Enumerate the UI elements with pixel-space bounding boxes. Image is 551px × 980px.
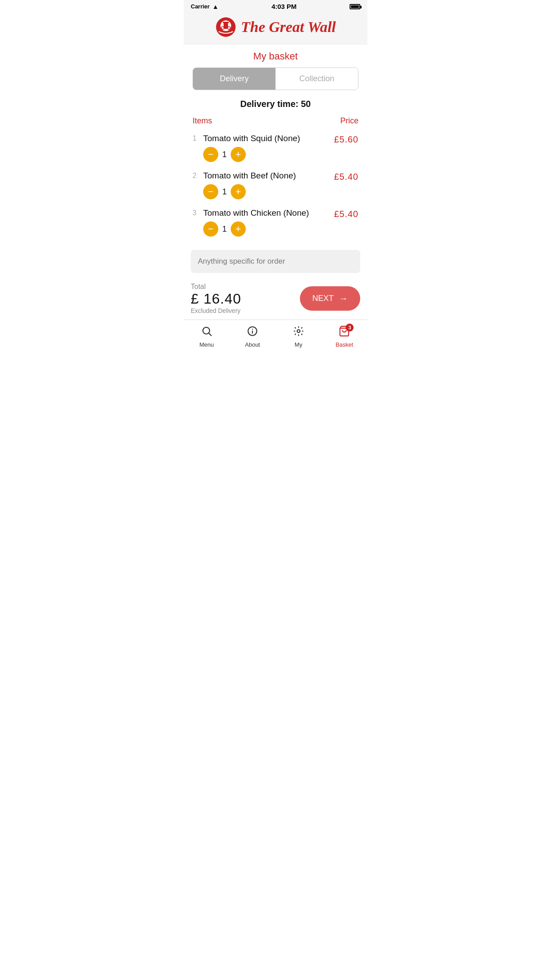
item-number-3: 3 [193, 208, 203, 217]
collection-tab[interactable]: Collection [276, 68, 358, 90]
qty-value-2: 1 [218, 187, 231, 197]
wifi-icon: ▲ [213, 3, 219, 10]
order-type-toggle[interactable]: Delivery Collection [193, 67, 358, 90]
quantity-controls-3: − 1 + [203, 221, 334, 237]
gear-icon [293, 325, 304, 340]
item-price-3: £5.40 [334, 208, 358, 219]
total-amount: £ 16.40 [191, 291, 241, 307]
svg-point-10 [252, 329, 253, 329]
svg-line-7 [209, 333, 212, 336]
total-section: Total £ 16.40 Excluded Delivery [191, 283, 241, 314]
nav-basket-label: Basket [335, 341, 353, 348]
item-details-2: Tomato with Beef (None) − 1 + [203, 171, 334, 199]
decrease-qty-1[interactable]: − [203, 147, 218, 162]
search-icon [201, 325, 213, 340]
carrier-text: Carrier [191, 3, 210, 10]
bottom-navigation: Menu About My [184, 320, 367, 352]
decrease-qty-3[interactable]: − [203, 221, 218, 237]
status-bar: Carrier ▲ 4:03 PM [184, 0, 367, 12]
item-price-1: £5.60 [334, 134, 358, 145]
nav-my-label: My [295, 341, 302, 348]
svg-point-6 [203, 327, 209, 334]
nav-item-menu[interactable]: Menu [184, 324, 230, 350]
app-header: The Great Wall [184, 12, 367, 44]
page-title: My basket [184, 44, 367, 67]
nav-item-my[interactable]: My [276, 324, 322, 350]
delivery-time: Delivery time: 50 [184, 97, 367, 116]
excluded-delivery-note: Excluded Delivery [191, 307, 241, 314]
items-list: 1 Tomato with Squid (None) − 1 + £5.60 2… [184, 129, 367, 241]
nav-about-label: About [245, 341, 260, 348]
table-row: 1 Tomato with Squid (None) − 1 + £5.60 [191, 129, 360, 166]
svg-point-11 [297, 330, 300, 333]
item-number-2: 2 [193, 171, 203, 180]
next-button[interactable]: NEXT → [300, 286, 360, 311]
svg-rect-3 [223, 22, 229, 23]
item-name-1: Tomato with Squid (None) [203, 134, 334, 143]
next-arrow-icon: → [339, 293, 348, 304]
footer-total: Total £ 16.40 Excluded Delivery NEXT → [184, 278, 367, 320]
quantity-controls-2: − 1 + [203, 184, 334, 199]
item-details-1: Tomato with Squid (None) − 1 + [203, 134, 334, 162]
nav-item-about[interactable]: About [230, 324, 276, 350]
price-column-header: Price [340, 116, 358, 126]
qty-value-1: 1 [218, 150, 231, 159]
increase-qty-3[interactable]: + [231, 221, 246, 237]
nav-menu-label: Menu [199, 341, 214, 348]
nav-item-basket[interactable]: 3 Basket [322, 324, 368, 350]
item-name-3: Tomato with Chicken (None) [203, 208, 334, 218]
quantity-controls-1: − 1 + [203, 147, 334, 162]
items-header: Items Price [184, 116, 367, 129]
svg-point-4 [221, 27, 224, 29]
qty-value-3: 1 [218, 225, 231, 234]
decrease-qty-2[interactable]: − [203, 184, 218, 199]
info-icon [247, 325, 258, 340]
next-button-label: NEXT [312, 294, 334, 303]
table-row: 2 Tomato with Beef (None) − 1 + £5.40 [191, 166, 360, 204]
item-price-2: £5.40 [334, 171, 358, 182]
app-title: The Great Wall [241, 19, 336, 36]
item-details-3: Tomato with Chicken (None) − 1 + [203, 208, 334, 237]
item-number-1: 1 [193, 134, 203, 142]
basket-icon: 3 [338, 325, 350, 340]
special-instructions-input[interactable] [191, 250, 360, 273]
table-row: 3 Tomato with Chicken (None) − 1 + £5.40 [191, 204, 360, 241]
basket-badge: 3 [346, 324, 354, 332]
app-logo [215, 16, 236, 38]
svg-point-5 [228, 27, 230, 29]
delivery-tab[interactable]: Delivery [193, 68, 276, 90]
total-label: Total [191, 283, 241, 291]
increase-qty-1[interactable]: + [231, 147, 246, 162]
status-time: 4:03 PM [272, 3, 297, 10]
battery-icon [350, 4, 360, 9]
items-column-header: Items [193, 116, 212, 126]
increase-qty-2[interactable]: + [231, 184, 246, 199]
item-name-2: Tomato with Beef (None) [203, 171, 334, 181]
